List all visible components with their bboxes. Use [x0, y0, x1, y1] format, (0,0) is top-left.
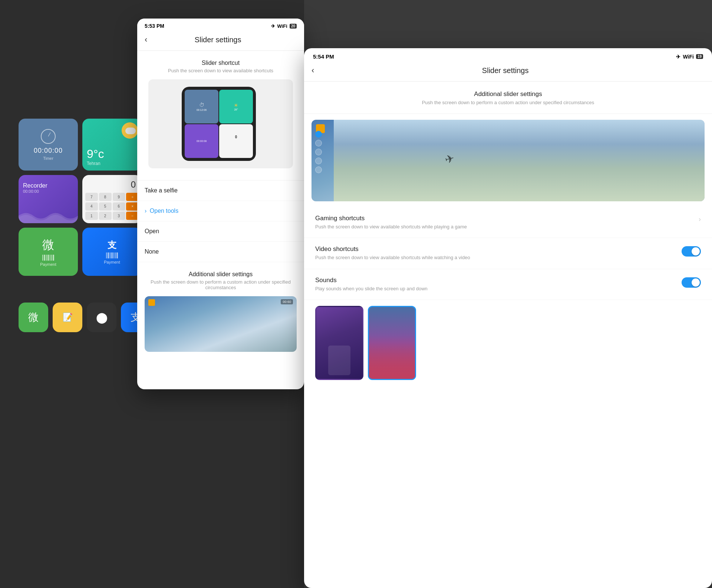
right-additional-title: Additional slider settings	[315, 90, 701, 98]
barcode-line	[53, 255, 54, 261]
calc-btn[interactable]: 9	[113, 193, 125, 201]
calc-btn[interactable]: 1	[85, 212, 98, 220]
alipay-label: Payment	[104, 260, 120, 264]
right-airplane-icon: ✈	[676, 54, 680, 60]
wechat-icon: 微	[42, 237, 54, 253]
battery-icon: 20	[290, 24, 297, 29]
timer-time: 00:00:00	[34, 147, 63, 155]
game-dot	[315, 166, 322, 173]
slider-shortcut-subtitle: Push the screen down to view available s…	[145, 68, 297, 73]
center-page-title: Slider settings	[152, 36, 284, 44]
preview-recorder: 00:00:08	[185, 124, 218, 158]
barcode-line	[46, 255, 47, 261]
chevron-right-icon: ›	[699, 215, 701, 223]
right-time: 5:54 PM	[313, 53, 334, 60]
weather-tile[interactable]: 9°c Tehran	[82, 119, 142, 171]
center-phone: 5:53 PM ✈ WiFi 20 ‹ Slider settings Slid…	[137, 19, 304, 389]
video-shortcuts-content: Video shortcuts Push the screen down to …	[315, 245, 682, 261]
timer-label: Timer	[43, 156, 53, 161]
barcode-line	[116, 252, 118, 258]
calc-btn[interactable]: −	[126, 212, 139, 220]
camera-small-icon[interactable]: ⬤	[87, 303, 116, 332]
calc-buttons: 7 8 9 ÷ 4 5 6 × 1 2 3 −	[85, 193, 139, 220]
preview-calculator: 0	[219, 124, 253, 158]
wifi-icon: WiFi	[277, 23, 287, 29]
menu-item-open[interactable]: Open	[137, 221, 304, 242]
notes-small-icon[interactable]: 📝	[53, 303, 82, 332]
calc-btn[interactable]: 4	[85, 202, 98, 211]
clock-icon	[41, 129, 56, 144]
barcode-line	[50, 255, 50, 261]
wechat-payment-tile[interactable]: 微 Payment	[19, 228, 78, 276]
barcode-line	[51, 255, 52, 261]
calc-btn[interactable]: 3	[113, 212, 125, 220]
weather-city: Tehran	[87, 161, 137, 166]
weather-temp: 9°c	[87, 147, 137, 161]
menu-item-none[interactable]: None	[137, 242, 304, 262]
alipay-tile[interactable]: 支 Payment	[82, 228, 142, 276]
game-dot	[315, 131, 322, 138]
additional-subtitle: Push the screen down to perform a custom…	[145, 279, 297, 290]
slider-shortcut-section: Slider shortcut Push the screen down to …	[137, 51, 304, 181]
calc-btn[interactable]: 2	[99, 212, 112, 220]
calc-display: 0	[85, 178, 139, 191]
preview-weather: ☀ 28°	[219, 90, 253, 123]
game-scene: ✈	[334, 120, 705, 201]
right-status-bar: 5:54 PM ✈ WiFi 19	[304, 48, 712, 63]
calc-btn[interactable]: ×	[126, 202, 139, 211]
gaming-shortcuts-desc: Push the screen down to view available s…	[315, 224, 699, 230]
game-hud: 00:60	[281, 299, 293, 304]
right-back-button[interactable]: ‹	[312, 66, 314, 75]
gaming-shortcuts-title: Gaming shortcuts	[315, 215, 699, 222]
calculator-tile[interactable]: 0 7 8 9 ÷ 4 5 6 × 1 2 3 −	[82, 175, 142, 223]
menu-item-tools[interactable]: › Open tools	[137, 201, 304, 221]
video-shortcuts-toggle[interactable]	[682, 246, 701, 257]
barcode-line	[110, 252, 111, 258]
wallpaper-purple[interactable]	[315, 306, 363, 380]
center-back-button[interactable]: ‹	[145, 35, 147, 44]
right-page-header: ‹ Slider settings	[304, 63, 712, 82]
sounds-row[interactable]: Sounds Play sounds when you slide the sc…	[304, 269, 712, 300]
timer-tile[interactable]: 00:00:00 Timer	[19, 119, 78, 171]
barcode-lines	[106, 252, 118, 258]
gaming-shortcuts-row[interactable]: Gaming shortcuts Push the screen down to…	[304, 207, 712, 238]
barcode-line	[106, 252, 107, 258]
wallpaper-building-silhouette	[328, 346, 350, 375]
game-dot	[315, 158, 322, 164]
calc-btn[interactable]: 7	[85, 193, 98, 201]
toggle-knob	[692, 247, 700, 255]
wallpaper-building[interactable]	[368, 306, 416, 380]
gaming-shortcuts-content: Gaming shortcuts Push the screen down to…	[315, 215, 699, 230]
center-page-header: ‹ Slider settings	[137, 32, 304, 51]
calc-btn[interactable]: 8	[99, 193, 112, 201]
preview-phone-shell: ⏱ 00:12:06 ☀ 28° 00:00:08 0	[182, 87, 256, 161]
menu-item-selfie[interactable]: Take a selfie	[137, 181, 304, 201]
additional-title: Additional slider settings	[145, 271, 297, 278]
sounds-desc: Play sounds when you slide the screen up…	[315, 285, 682, 292]
wallpaper-row	[304, 300, 712, 386]
barcode-line	[108, 252, 109, 258]
recorder-time: 00:00:00	[23, 189, 73, 194]
video-shortcuts-title: Video shortcuts	[315, 245, 682, 253]
center-time: 5:53 PM	[145, 23, 164, 29]
sounds-toggle[interactable]	[682, 277, 701, 288]
phone-preview: ⏱ 00:12:06 ☀ 28° 00:00:08 0	[148, 79, 293, 168]
preview-timer: ⏱ 00:12:06	[185, 90, 218, 123]
calc-btn[interactable]: ÷	[126, 193, 139, 201]
cloud-icon	[125, 128, 136, 134]
video-shortcuts-desc: Push the screen down to view available s…	[315, 254, 682, 261]
additional-section: Additional slider settings Push the scre…	[137, 262, 304, 358]
chevron-icon: ›	[145, 208, 146, 214]
calc-btn[interactable]: 6	[113, 202, 125, 211]
video-shortcuts-row[interactable]: Video shortcuts Push the screen down to …	[304, 238, 712, 269]
alipay-icon: 支	[108, 239, 116, 251]
gaming-shortcuts-action: ›	[699, 215, 701, 223]
wechat-small-icon[interactable]: 微	[19, 303, 48, 332]
calc-btn[interactable]: 5	[99, 202, 112, 211]
video-shortcuts-toggle-wrapper	[682, 245, 701, 257]
game-icon	[148, 299, 155, 306]
recorder-tile[interactable]: Recorder 00:00:00	[19, 175, 78, 223]
barcode-line	[47, 255, 49, 261]
center-status-bar: 5:53 PM ✈ WiFi 20	[137, 19, 304, 32]
right-additional-section: Additional slider settings Push the scre…	[304, 82, 712, 114]
